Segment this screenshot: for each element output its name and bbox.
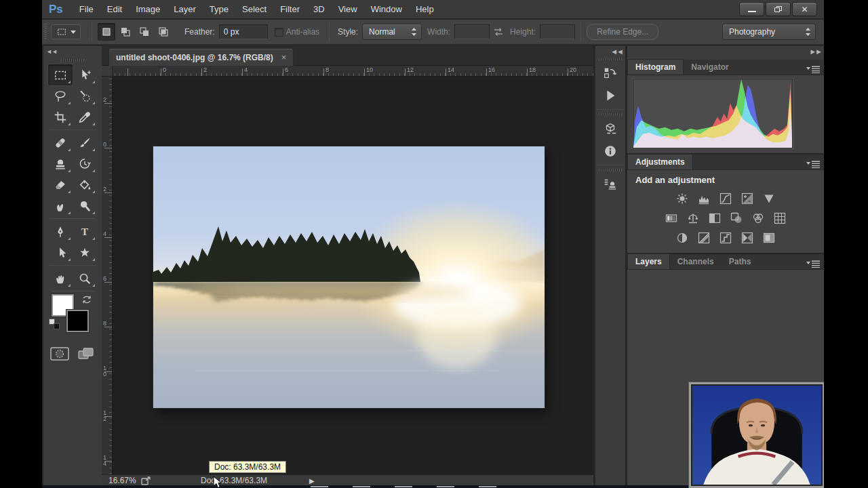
tool-preset-dropdown[interactable] <box>51 24 81 39</box>
toolbox-grip[interactable] <box>61 59 84 62</box>
properties-panel-icon[interactable] <box>599 119 622 139</box>
adjustment-curves-icon[interactable] <box>717 191 734 206</box>
adjustment-gradient-map-icon[interactable] <box>739 230 755 245</box>
background-color-swatch[interactable] <box>66 310 89 332</box>
adjustment-selective-color-icon[interactable] <box>761 230 777 245</box>
menu-image[interactable]: Image <box>129 0 167 19</box>
style-select[interactable]: Normal <box>362 24 422 40</box>
info-panel-icon[interactable] <box>599 141 622 161</box>
type-tool[interactable]: T <box>73 221 97 242</box>
doc-size-status[interactable]: Doc: 63.3M/63.3M <box>201 476 267 485</box>
intersect-selection-button[interactable] <box>155 23 172 41</box>
spot-healing-brush-tool[interactable] <box>48 132 73 153</box>
menu-edit[interactable]: Edit <box>100 0 129 19</box>
tab-paths[interactable]: Paths <box>722 254 759 269</box>
quick-mask-button[interactable] <box>50 347 69 361</box>
menu-select[interactable]: Select <box>235 0 273 19</box>
tab-adjustments[interactable]: Adjustments <box>627 154 693 169</box>
new-selection-button[interactable] <box>98 23 115 41</box>
adjustment-brightness-contrast-icon[interactable] <box>674 191 690 206</box>
panel-menu-icon[interactable] <box>806 159 820 171</box>
menu-view[interactable]: View <box>332 0 364 19</box>
crop-tool[interactable] <box>48 106 73 127</box>
adjustment-vibrance-icon[interactable] <box>761 191 777 206</box>
adjustment-color-balance-icon[interactable] <box>685 211 701 226</box>
dock-grip[interactable] <box>599 113 622 116</box>
feather-input[interactable] <box>219 24 268 39</box>
zoom-level-field[interactable]: 16.67% <box>108 476 141 485</box>
height-input[interactable] <box>540 24 575 39</box>
menu-type[interactable]: Type <box>203 0 235 19</box>
swap-colors-icon[interactable] <box>81 294 92 308</box>
default-colors-icon[interactable] <box>49 319 60 329</box>
actions-panel-icon[interactable] <box>599 85 622 106</box>
horizontal-ruler[interactable]: 02468101214161820 <box>113 66 593 77</box>
photo-lake-sunrise[interactable] <box>153 146 545 408</box>
export-icon[interactable] <box>141 476 152 485</box>
tab-channels[interactable]: Channels <box>670 254 722 269</box>
dock-collapse-icon[interactable]: ◄◄ <box>610 47 623 56</box>
swap-dimensions-icon[interactable] <box>492 27 505 37</box>
clone-source-panel-icon[interactable] <box>599 174 622 195</box>
menu-window[interactable]: Window <box>364 0 409 19</box>
panels-collapse-icon[interactable]: ►► <box>809 47 821 56</box>
status-flyout-arrow[interactable]: ▶ <box>309 477 315 485</box>
restore-button[interactable] <box>766 2 791 16</box>
tab-close-icon[interactable]: × <box>281 52 287 62</box>
refine-edge-button[interactable]: Refine Edge... <box>587 24 658 40</box>
eraser-tool[interactable] <box>48 174 73 195</box>
adjustment-hue-saturation-icon[interactable] <box>663 211 679 226</box>
lasso-tool[interactable] <box>48 85 73 106</box>
dock-grip[interactable] <box>599 169 622 171</box>
dock-grip[interactable] <box>599 58 622 60</box>
screen-mode-button[interactable] <box>77 347 95 361</box>
custom-shape-tool[interactable] <box>73 242 97 263</box>
adjustment-levels-icon[interactable] <box>696 191 712 206</box>
path-selection-tool[interactable] <box>48 242 73 263</box>
smudge-tool[interactable] <box>48 195 73 216</box>
menu-file[interactable]: File <box>73 0 100 19</box>
tab-histogram[interactable]: Histogram <box>627 59 684 75</box>
eyedropper-tool[interactable] <box>73 106 97 127</box>
toolbox-collapse-button[interactable]: ◄◄ <box>43 46 102 57</box>
close-button[interactable]: ✕ <box>792 2 817 16</box>
history-panel-icon[interactable] <box>599 63 622 83</box>
options-grip[interactable] <box>44 24 47 40</box>
menu-help[interactable]: Help <box>409 0 441 19</box>
pen-tool[interactable] <box>48 221 73 242</box>
panel-menu-icon[interactable] <box>806 258 820 270</box>
antialias-checkbox[interactable] <box>275 28 283 37</box>
rectangular-marquee-tool[interactable] <box>48 64 73 85</box>
quick-selection-tool[interactable] <box>73 85 97 106</box>
adjustment-photo-filter-icon[interactable] <box>728 211 745 226</box>
document-canvas[interactable] <box>113 77 593 474</box>
brush-tool[interactable] <box>73 132 97 153</box>
move-tool[interactable] <box>73 64 97 85</box>
workspace-select[interactable]: Photography <box>722 24 816 40</box>
adjustment-black-white-icon[interactable] <box>707 211 723 226</box>
adjustment-threshold-icon[interactable] <box>717 230 734 245</box>
document-tab[interactable]: untitled shoot-0406.jpg @ 16.7% (RGB/8) … <box>108 48 294 66</box>
adjustment-posterize-icon[interactable] <box>696 230 712 245</box>
tab-layers[interactable]: Layers <box>627 253 670 269</box>
width-input[interactable] <box>454 24 490 39</box>
hand-tool[interactable] <box>48 268 73 289</box>
panel-menu-icon[interactable] <box>806 64 820 76</box>
adjustment-exposure-icon[interactable] <box>739 191 755 206</box>
minimize-button[interactable] <box>739 2 764 16</box>
adjustment-color-lookup-icon[interactable] <box>772 211 788 226</box>
add-to-selection-button[interactable] <box>117 23 134 41</box>
subtract-from-selection-button[interactable] <box>136 23 153 41</box>
paint-bucket-tool[interactable] <box>73 174 97 195</box>
menu-filter[interactable]: Filter <box>273 0 307 19</box>
clone-stamp-tool[interactable] <box>48 153 73 174</box>
menu-layer[interactable]: Layer <box>167 0 203 19</box>
vertical-ruler[interactable]: 202468101214 <box>102 77 113 474</box>
tab-navigator[interactable]: Navigator <box>684 60 736 75</box>
menu-3d[interactable]: 3D <box>307 0 332 19</box>
zoom-tool[interactable] <box>73 268 97 289</box>
adjustment-channel-mixer-icon[interactable] <box>750 211 766 226</box>
history-brush-tool[interactable] <box>73 153 97 174</box>
adjustment-invert-icon[interactable] <box>674 230 690 245</box>
dodge-tool[interactable] <box>73 195 97 216</box>
